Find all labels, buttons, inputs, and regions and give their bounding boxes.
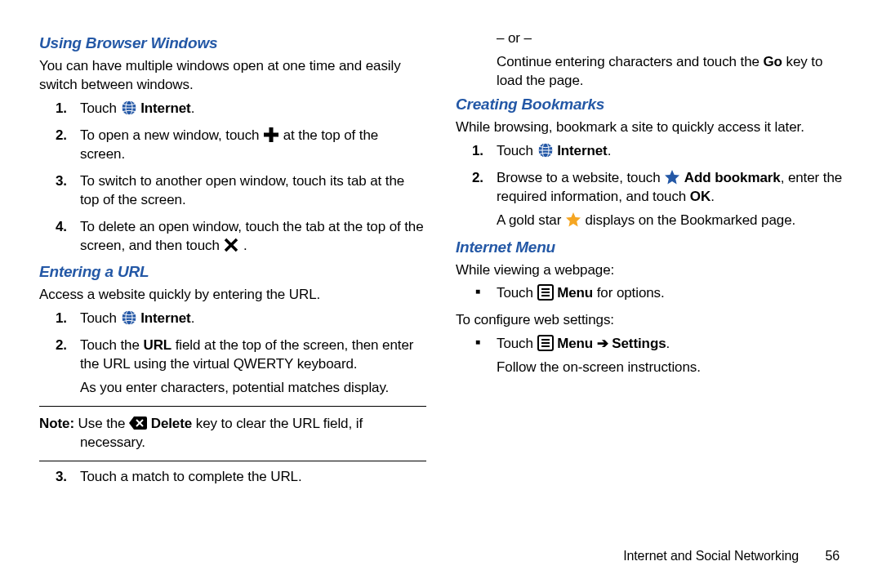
step: 1. Touch Internet. <box>497 142 843 161</box>
or-text: – or – <box>497 29 843 48</box>
page-body: Using Browser Windows You can have multi… <box>0 0 882 523</box>
intro-paragraph: You can have multiple windows open at on… <box>39 57 426 95</box>
chapter-title: Internet and Social Networking <box>623 549 799 563</box>
note-box: Note: Use the Delete key to clear the UR… <box>39 406 426 461</box>
substep-text: A gold star displays on the Bookmarked p… <box>497 212 843 230</box>
globe-icon <box>121 100 137 116</box>
substep-text: Follow the on-screen instructions. <box>497 359 843 377</box>
step: 2. Touch the URL field at the top of the… <box>80 336 426 398</box>
globe-icon <box>537 142 554 158</box>
menu-icon <box>537 284 554 301</box>
step: 2. To open a new window, touch at the to… <box>80 127 426 164</box>
bullets-settings: Touch Menu ➔ Settings. Follow the on-scr… <box>456 335 843 377</box>
menu-icon <box>537 335 554 351</box>
close-icon <box>223 237 239 253</box>
heading-using-browser-windows: Using Browser Windows <box>39 34 426 52</box>
step: 4. To delete an open window, touch the t… <box>80 218 426 256</box>
steps-entering-url: 1. Touch Internet. 2. Touch the URL fiel… <box>39 310 426 398</box>
gold-star-icon <box>565 212 581 228</box>
page-footer: Internet and Social Networking 56 <box>623 549 840 564</box>
globe-icon <box>121 310 137 326</box>
delete-key-icon <box>129 415 147 431</box>
intro-paragraph: While browsing, bookmark a site to quick… <box>456 118 843 137</box>
arrow-icon: ➔ <box>597 335 608 354</box>
page-number: 56 <box>825 549 840 563</box>
steps-bookmarks: 1. Touch Internet. 2. Browse to a websit… <box>456 142 843 230</box>
intro-paragraph: Access a website quickly by entering the… <box>39 286 426 305</box>
bullets-menu: Touch Menu for options. <box>456 284 843 303</box>
bullet-item: Touch Menu ➔ Settings. Follow the on-scr… <box>497 335 843 377</box>
heading-creating-bookmarks: Creating Bookmarks <box>456 96 843 114</box>
plus-icon <box>263 127 279 143</box>
substep-text: Continue entering characters and touch t… <box>497 53 843 91</box>
step: 1. Touch Internet. <box>80 310 426 328</box>
step: 3. To switch to another open window, tou… <box>80 172 426 210</box>
star-icon <box>664 169 680 185</box>
heading-internet-menu: Internet Menu <box>456 238 843 256</box>
bullet-item: Touch Menu for options. <box>497 284 843 303</box>
heading-entering-url: Entering a URL <box>39 263 426 281</box>
intro-paragraph: To configure web settings: <box>456 311 843 330</box>
step: 1. Touch Internet. <box>80 100 426 118</box>
intro-paragraph: While viewing a webpage: <box>456 261 843 280</box>
substep-text: As you enter characters, potential match… <box>80 379 426 398</box>
steps-browser-windows: 1. Touch Internet. 2. To open a new wind… <box>39 100 426 256</box>
step: 2. Browse to a website, touch Add bookma… <box>497 169 843 230</box>
